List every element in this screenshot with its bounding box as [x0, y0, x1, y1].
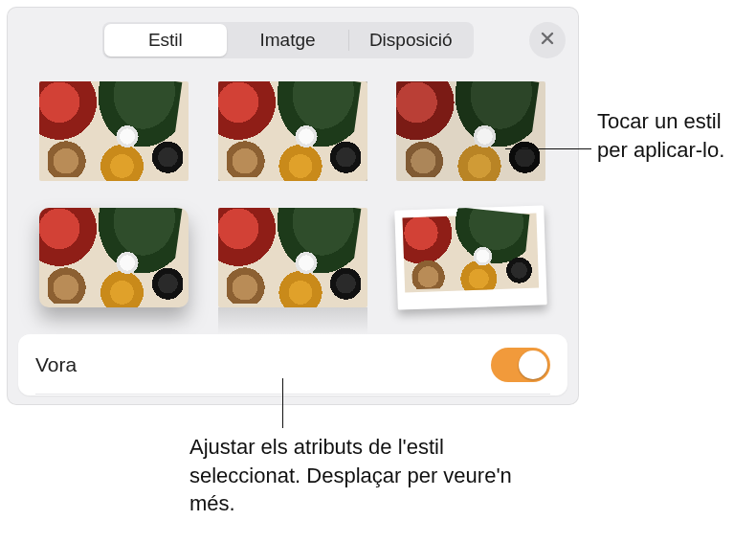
style-thumb-polaroid[interactable] [396, 208, 545, 307]
format-panel: Estil Imatge Disposició [7, 7, 579, 405]
tab-label: Imatge [259, 30, 315, 51]
tab-label: Disposició [369, 30, 453, 51]
style-thumb-black-border[interactable] [218, 81, 367, 181]
close-button[interactable] [529, 22, 566, 58]
style-thumb-reflection[interactable] [218, 208, 367, 307]
callout-bottom: Ajustar els atributs de l'estil seleccio… [189, 433, 553, 518]
border-row[interactable]: Vora [18, 334, 567, 396]
tab-bar: Estil Imatge Disposició [102, 22, 474, 58]
callout-top-right: Tocar un estil per aplicar-lo. [597, 107, 745, 164]
tab-style[interactable]: Estil [104, 24, 227, 57]
style-thumb-desaturated[interactable] [396, 81, 545, 181]
callout-leader [505, 148, 591, 149]
toggle-knob [519, 351, 547, 379]
styles-grid [39, 81, 546, 307]
style-thumb-rounded-shadow[interactable] [39, 208, 189, 307]
callout-leader [282, 378, 283, 428]
row-divider [35, 394, 550, 395]
border-label: Vora [35, 353, 77, 376]
style-thumb-plain[interactable] [39, 81, 189, 181]
border-toggle[interactable] [491, 348, 550, 382]
tab-label: Estil [148, 30, 183, 51]
close-icon [540, 31, 555, 50]
tab-image[interactable]: Imatge [227, 24, 349, 57]
tab-layout[interactable]: Disposició [349, 24, 472, 57]
